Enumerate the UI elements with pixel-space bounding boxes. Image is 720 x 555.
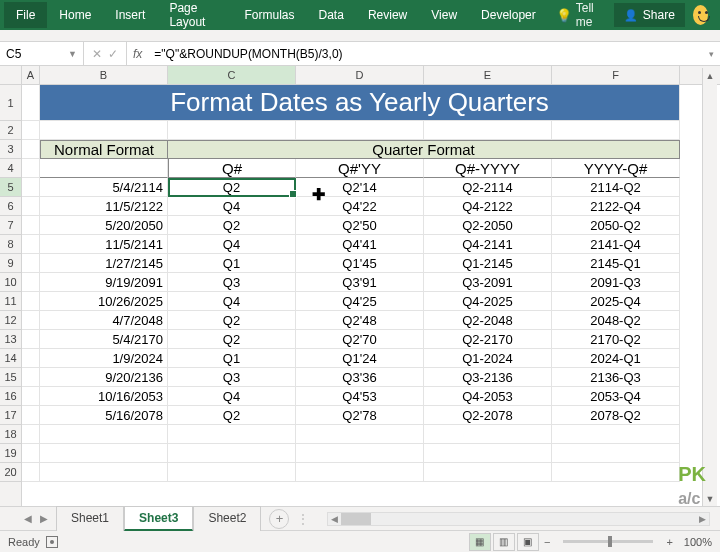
cell-E10[interactable]: Q3-2091 xyxy=(424,273,552,292)
cell-D9[interactable]: Q1'45 xyxy=(296,254,424,273)
cell-E13[interactable]: Q2-2170 xyxy=(424,330,552,349)
view-page-layout-icon[interactable]: ▥ xyxy=(493,533,515,551)
cell-B15[interactable]: 9/20/2136 xyxy=(40,368,168,387)
cell-B4[interactable] xyxy=(40,159,168,178)
cell-F6[interactable]: 2122-Q4 xyxy=(552,197,680,216)
cell-E18[interactable] xyxy=(424,425,552,444)
cell-D12[interactable]: Q2'48 xyxy=(296,311,424,330)
row-header-18[interactable]: 18 xyxy=(0,425,21,444)
cell-E17[interactable]: Q2-2078 xyxy=(424,406,552,425)
cell-B12[interactable]: 4/7/2048 xyxy=(40,311,168,330)
view-page-break-icon[interactable]: ▣ xyxy=(517,533,539,551)
tab-data[interactable]: Data xyxy=(307,2,356,28)
sheet-tab-sheet2[interactable]: Sheet2 xyxy=(193,506,261,531)
sheet-tab-sheet3[interactable]: Sheet3 xyxy=(124,506,193,531)
cell-B14[interactable]: 1/9/2024 xyxy=(40,349,168,368)
header-yyyy-q[interactable]: YYYY-Q# xyxy=(552,159,680,178)
row-header-16[interactable]: 16 xyxy=(0,387,21,406)
row-header-15[interactable]: 15 xyxy=(0,368,21,387)
cell-A11[interactable] xyxy=(22,292,40,311)
header-q-yy[interactable]: Q#'YY xyxy=(296,159,424,178)
row-header-11[interactable]: 11 xyxy=(0,292,21,311)
col-header-C[interactable]: C xyxy=(168,66,296,84)
cell-C20[interactable] xyxy=(168,463,296,482)
cell-A13[interactable] xyxy=(22,330,40,349)
cell-E8[interactable]: Q4-2141 xyxy=(424,235,552,254)
cell-A14[interactable] xyxy=(22,349,40,368)
cell-C17[interactable]: Q2 xyxy=(168,406,296,425)
share-button[interactable]: 👤 Share xyxy=(614,3,685,27)
cell-A12[interactable] xyxy=(22,311,40,330)
cell-grid[interactable]: A B C D E F Format Dates as Yearly Quart… xyxy=(22,66,720,506)
zoom-in-button[interactable]: + xyxy=(661,536,677,548)
row-header-4[interactable]: 4 xyxy=(0,159,21,178)
cell-D8[interactable]: Q4'41 xyxy=(296,235,424,254)
cell-A9[interactable] xyxy=(22,254,40,273)
col-header-D[interactable]: D xyxy=(296,66,424,84)
macro-record-icon[interactable] xyxy=(46,536,58,548)
cell-F11[interactable]: 2025-Q4 xyxy=(552,292,680,311)
cell-C12[interactable]: Q2 xyxy=(168,311,296,330)
cell-E6[interactable]: Q4-2122 xyxy=(424,197,552,216)
feedback-smiley-icon[interactable] xyxy=(693,5,708,25)
row-header-8[interactable]: 8 xyxy=(0,235,21,254)
row-header-14[interactable]: 14 xyxy=(0,349,21,368)
cell-D19[interactable] xyxy=(296,444,424,463)
cell-F18[interactable] xyxy=(552,425,680,444)
tab-page-layout[interactable]: Page Layout xyxy=(157,0,232,35)
tab-review[interactable]: Review xyxy=(356,2,419,28)
cell-D10[interactable]: Q3'91 xyxy=(296,273,424,292)
cell-D6[interactable]: Q4'22 xyxy=(296,197,424,216)
row-header-19[interactable]: 19 xyxy=(0,444,21,463)
cell-A18[interactable] xyxy=(22,425,40,444)
cell-D14[interactable]: Q1'24 xyxy=(296,349,424,368)
row-header-7[interactable]: 7 xyxy=(0,216,21,235)
cell-E12[interactable]: Q2-2048 xyxy=(424,311,552,330)
cell-A15[interactable] xyxy=(22,368,40,387)
cell-E11[interactable]: Q4-2025 xyxy=(424,292,552,311)
cell-E7[interactable]: Q2-2050 xyxy=(424,216,552,235)
tab-file[interactable]: File xyxy=(4,2,47,28)
cell-E16[interactable]: Q4-2053 xyxy=(424,387,552,406)
cell-F9[interactable]: 2145-Q1 xyxy=(552,254,680,273)
cell-E5[interactable]: Q2-2114 xyxy=(424,178,552,197)
cell-B18[interactable] xyxy=(40,425,168,444)
cell-C5[interactable]: Q2 xyxy=(168,178,296,197)
select-all-corner[interactable] xyxy=(0,66,21,85)
cell-B7[interactable]: 5/20/2050 xyxy=(40,216,168,235)
header-normal-format[interactable]: Normal Format xyxy=(40,140,168,159)
cell-D15[interactable]: Q3'36 xyxy=(296,368,424,387)
cell-D7[interactable]: Q2'50 xyxy=(296,216,424,235)
cell-C18[interactable] xyxy=(168,425,296,444)
cell-A5[interactable] xyxy=(22,178,40,197)
tab-nav-prev-icon[interactable]: ◀ xyxy=(24,513,32,524)
row-header-12[interactable]: 12 xyxy=(0,311,21,330)
cell-C16[interactable]: Q4 xyxy=(168,387,296,406)
cell-E2[interactable] xyxy=(424,121,552,140)
cell-F20[interactable] xyxy=(552,463,680,482)
name-box[interactable]: C5 ▼ xyxy=(0,42,84,65)
cell-D18[interactable] xyxy=(296,425,424,444)
cell-A2[interactable] xyxy=(22,121,40,140)
cell-C11[interactable]: Q4 xyxy=(168,292,296,311)
cell-F8[interactable]: 2141-Q4 xyxy=(552,235,680,254)
cell-B11[interactable]: 10/26/2025 xyxy=(40,292,168,311)
row-header-9[interactable]: 9 xyxy=(0,254,21,273)
cell-E15[interactable]: Q3-2136 xyxy=(424,368,552,387)
row-header-1[interactable]: 1 xyxy=(0,85,21,121)
fx-icon[interactable]: fx xyxy=(127,47,148,61)
zoom-slider[interactable] xyxy=(563,540,653,543)
cell-D2[interactable] xyxy=(296,121,424,140)
cell-F17[interactable]: 2078-Q2 xyxy=(552,406,680,425)
cell-B16[interactable]: 10/16/2053 xyxy=(40,387,168,406)
header-quarter-format[interactable]: Quarter Format xyxy=(168,140,680,159)
scroll-left-icon[interactable]: ◀ xyxy=(328,514,341,524)
row-header-20[interactable]: 20 xyxy=(0,463,21,482)
cell-A4[interactable] xyxy=(22,159,40,178)
cell-E9[interactable]: Q1-2145 xyxy=(424,254,552,273)
cell-F5[interactable]: 2114-Q2 xyxy=(552,178,680,197)
cell-B9[interactable]: 1/27/2145 xyxy=(40,254,168,273)
horizontal-scrollbar[interactable]: ◀ ▶ xyxy=(327,512,710,526)
col-header-F[interactable]: F xyxy=(552,66,680,84)
cell-C10[interactable]: Q3 xyxy=(168,273,296,292)
